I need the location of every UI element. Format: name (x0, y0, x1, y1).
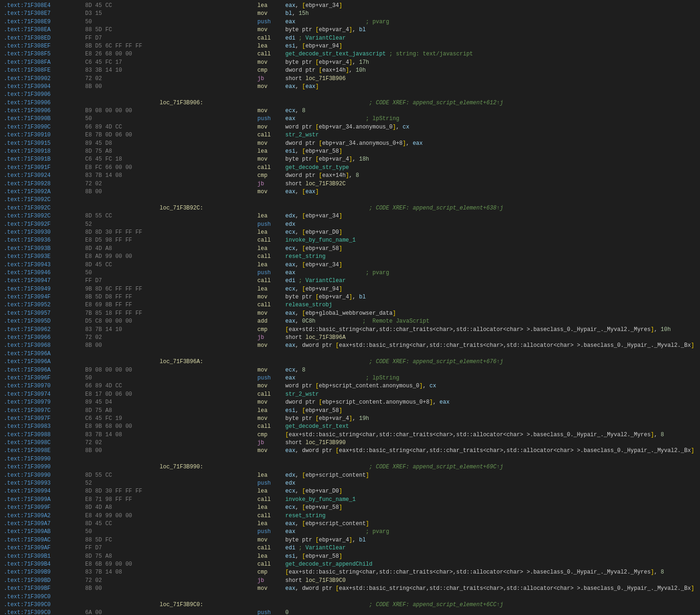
table-row: .text:71F309AB50pusheax ; pvarg (0, 528, 700, 536)
mnemonic: call (257, 301, 285, 309)
bytes: 9B 8D 6C FF FF FF (85, 285, 160, 293)
mnemonic (257, 99, 285, 107)
label (160, 561, 257, 568)
label (160, 148, 257, 155)
address: .text:71F30902 (4, 75, 85, 83)
label (160, 26, 257, 34)
bytes (85, 455, 160, 463)
bytes: 50 (85, 528, 160, 536)
label (160, 34, 257, 42)
mnemonic: mov (257, 415, 285, 423)
label (160, 261, 257, 269)
table-row: .text:71F3091589 45 D8movdword ptr [ebp+… (0, 140, 700, 148)
operands: 0 (285, 609, 696, 615)
bytes: 83 7B 14 08 (85, 568, 160, 576)
operands: ; CODE XREF: append_script_element+638↑j (285, 204, 696, 212)
label (160, 350, 257, 358)
operands (285, 593, 696, 601)
address: .text:71F308ED (4, 34, 85, 42)
bytes: C6 45 FC 19 (85, 415, 160, 423)
label (160, 366, 257, 374)
bytes: FF D7 (85, 277, 160, 285)
address: .text:71F3092A (4, 188, 85, 196)
operands: ; CODE XREF: append_script_element+612↑j (285, 99, 696, 107)
address: .text:71F30968 (4, 342, 85, 350)
address: .text:71F3096A (4, 350, 85, 358)
table-row: .text:71F3097FC6 45 FC 19movbyte ptr [eb… (0, 415, 700, 423)
address: .text:71F3097C (4, 407, 85, 415)
table-row: .text:71F308EA88 5D FCmovbyte ptr [ebp+v… (0, 26, 700, 34)
table-row: .text:71F3092872 02jbshort loc_71F3B92C (0, 180, 700, 188)
bytes: E8 6B 69 00 00 (85, 561, 160, 568)
mnemonic (257, 91, 285, 99)
mnemonic: push (257, 609, 285, 615)
disassembly-view: .text:71F308E48D 45 CCleaeax, [ebp+var_3… (0, 0, 700, 615)
mnemonic: lea (257, 212, 285, 220)
operands: eax, [ebp+script_content] (285, 520, 696, 528)
label (160, 423, 257, 431)
label (160, 310, 257, 318)
mnemonic (257, 358, 285, 366)
operands: edi ; VariantClear (285, 544, 696, 552)
operands: eax, [ebp+global_webbrowser_data] (285, 310, 696, 318)
address: .text:71F30970 (4, 382, 85, 390)
label (160, 455, 257, 463)
table-row: .text:71F3096A (0, 350, 700, 358)
bytes: 8D 55 CC (85, 212, 160, 220)
address: .text:71F309BF (4, 585, 85, 593)
mnemonic: cmp (257, 326, 285, 334)
bytes: E8 D5 98 FF FF (85, 237, 160, 244)
table-row: .text:71F3099352pushedx (0, 480, 700, 487)
mnemonic: lea (257, 245, 285, 253)
mnemonic: mov (257, 310, 285, 318)
operands: eax ; pvarg (285, 18, 696, 26)
operands: str_2_wstr (285, 131, 696, 139)
bytes: E8 9B 68 00 00 (85, 423, 160, 431)
label (160, 512, 257, 520)
label (160, 123, 257, 131)
address: .text:71F309C0 (4, 601, 85, 609)
address: .text:71F3092C (4, 212, 85, 220)
address: .text:71F30983 (4, 423, 85, 431)
bytes: 8D 75 A8 (85, 553, 160, 561)
address: .text:71F30906 (4, 91, 85, 99)
address: .text:71F3094F (4, 293, 85, 301)
bytes (85, 358, 160, 366)
address: .text:71F309C0 (4, 609, 85, 615)
mnemonic: call (257, 50, 285, 58)
mnemonic: add (257, 318, 285, 325)
address: .text:71F3095D (4, 318, 85, 325)
label (160, 10, 257, 18)
bytes: 8B 00 (85, 188, 160, 196)
operands: edi ; VariantClear (285, 277, 696, 285)
label (160, 155, 257, 163)
operands: edx (285, 480, 696, 487)
address: .text:71F30952 (4, 301, 85, 309)
address: .text:71F3091B (4, 155, 85, 163)
bytes (85, 601, 160, 609)
label (160, 301, 257, 309)
address: .text:71F30979 (4, 399, 85, 406)
operands: eax ; pvarg (285, 269, 696, 277)
mnemonic: jb (257, 75, 285, 83)
operands: get_decode_str_type (285, 164, 696, 172)
mnemonic: lea (257, 285, 285, 293)
label (160, 326, 257, 334)
operands: eax, [ebp+var_34] (285, 261, 696, 269)
table-row: .text:71F3094F8B 5D D8 FF FFmovbyte ptr … (0, 293, 700, 301)
table-row: .text:71F3092F52pushedx (0, 221, 700, 229)
table-row: .text:71F309C06A 00push0 (0, 609, 700, 615)
label: loc_71F3B990: (160, 463, 257, 471)
operands: eax, [ebp+var_34] (285, 2, 696, 10)
table-row: .text:71F3090272 02jbshort loc_71F3B906 (0, 75, 700, 83)
bytes: 8D 4D A8 (85, 245, 160, 253)
label (160, 496, 257, 504)
operands (285, 350, 696, 358)
mnemonic: jb (257, 180, 285, 188)
label (160, 391, 257, 399)
address: .text:71F309B4 (4, 561, 85, 568)
mnemonic: lea (257, 42, 285, 50)
label (160, 415, 257, 423)
bytes (85, 463, 160, 471)
mnemonic: mov (257, 10, 285, 18)
